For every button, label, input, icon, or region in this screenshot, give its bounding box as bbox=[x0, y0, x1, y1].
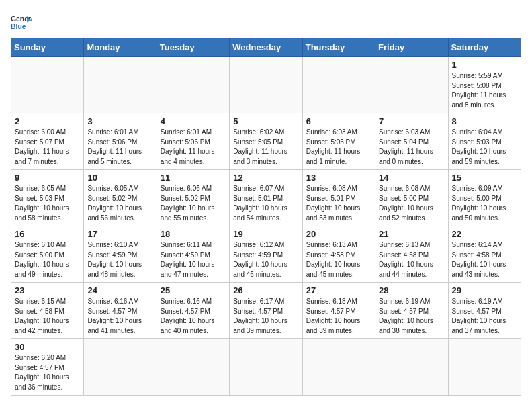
calendar-week-2: 2Sunrise: 6:00 AMSunset: 5:07 PMDaylight… bbox=[11, 113, 521, 170]
logo-icon: General Blue bbox=[11, 11, 32, 32]
day-number: 9 bbox=[15, 173, 80, 183]
day-number: 21 bbox=[379, 229, 444, 239]
weekday-header-thursday: Thursday bbox=[302, 38, 375, 57]
day-info: Sunrise: 6:07 AMSunset: 5:01 PMDaylight:… bbox=[233, 184, 298, 223]
calendar-cell: 30Sunrise: 6:20 AMSunset: 4:57 PMDayligh… bbox=[11, 339, 84, 396]
day-number: 8 bbox=[452, 116, 517, 126]
calendar-cell: 26Sunrise: 6:17 AMSunset: 4:57 PMDayligh… bbox=[230, 283, 302, 339]
day-info: Sunrise: 6:05 AMSunset: 5:02 PMDaylight:… bbox=[87, 184, 152, 223]
day-number: 2 bbox=[15, 116, 80, 126]
calendar-cell: 23Sunrise: 6:15 AMSunset: 4:58 PMDayligh… bbox=[11, 283, 84, 339]
day-info: Sunrise: 6:08 AMSunset: 5:00 PMDaylight:… bbox=[379, 184, 444, 223]
calendar-cell: 8Sunrise: 6:04 AMSunset: 5:03 PMDaylight… bbox=[448, 113, 521, 170]
day-info: Sunrise: 6:11 AMSunset: 4:59 PMDaylight:… bbox=[161, 240, 226, 279]
calendar-cell: 6Sunrise: 6:03 AMSunset: 5:05 PMDaylight… bbox=[302, 113, 375, 170]
calendar-cell: 13Sunrise: 6:08 AMSunset: 5:01 PMDayligh… bbox=[302, 170, 375, 226]
day-number: 29 bbox=[452, 285, 517, 295]
calendar-week-1: 1Sunrise: 5:59 AMSunset: 5:08 PMDaylight… bbox=[11, 57, 521, 113]
day-number: 24 bbox=[87, 285, 152, 295]
day-number: 23 bbox=[15, 285, 80, 295]
weekday-header-friday: Friday bbox=[375, 38, 448, 57]
day-number: 17 bbox=[87, 229, 152, 239]
calendar-cell bbox=[448, 339, 521, 396]
calendar-cell: 10Sunrise: 6:05 AMSunset: 5:02 PMDayligh… bbox=[84, 170, 157, 226]
day-number: 5 bbox=[233, 116, 298, 126]
calendar-week-5: 23Sunrise: 6:15 AMSunset: 4:58 PMDayligh… bbox=[11, 283, 521, 339]
day-info: Sunrise: 6:09 AMSunset: 5:00 PMDaylight:… bbox=[452, 184, 517, 223]
day-number: 4 bbox=[161, 116, 226, 126]
day-info: Sunrise: 6:01 AMSunset: 5:06 PMDaylight:… bbox=[161, 128, 226, 167]
calendar-cell: 2Sunrise: 6:00 AMSunset: 5:07 PMDaylight… bbox=[11, 113, 84, 170]
day-number: 1 bbox=[452, 60, 517, 70]
calendar-cell: 11Sunrise: 6:06 AMSunset: 5:02 PMDayligh… bbox=[157, 170, 229, 226]
svg-text:Blue: Blue bbox=[11, 23, 26, 30]
weekday-header-sunday: Sunday bbox=[11, 38, 84, 57]
calendar-week-6: 30Sunrise: 6:20 AMSunset: 4:57 PMDayligh… bbox=[11, 339, 521, 396]
calendar-cell: 21Sunrise: 6:13 AMSunset: 4:58 PMDayligh… bbox=[375, 226, 448, 283]
day-info: Sunrise: 6:06 AMSunset: 5:02 PMDaylight:… bbox=[161, 184, 226, 223]
weekday-header-tuesday: Tuesday bbox=[157, 38, 229, 57]
day-info: Sunrise: 6:17 AMSunset: 4:57 PMDaylight:… bbox=[233, 297, 298, 336]
day-info: Sunrise: 6:03 AMSunset: 5:05 PMDaylight:… bbox=[306, 128, 371, 167]
day-number: 12 bbox=[233, 173, 298, 183]
calendar-cell: 19Sunrise: 6:12 AMSunset: 4:59 PMDayligh… bbox=[230, 226, 302, 283]
weekday-header-saturday: Saturday bbox=[448, 38, 521, 57]
calendar-cell bbox=[157, 339, 229, 396]
calendar-cell bbox=[11, 57, 84, 113]
day-info: Sunrise: 6:08 AMSunset: 5:01 PMDaylight:… bbox=[306, 184, 371, 223]
day-info: Sunrise: 6:13 AMSunset: 4:58 PMDaylight:… bbox=[379, 240, 444, 279]
logo: General Blue bbox=[11, 11, 32, 32]
calendar-cell bbox=[375, 57, 448, 113]
day-info: Sunrise: 6:14 AMSunset: 4:58 PMDaylight:… bbox=[452, 240, 517, 279]
day-info: Sunrise: 6:10 AMSunset: 4:59 PMDaylight:… bbox=[87, 240, 152, 279]
calendar-cell: 7Sunrise: 6:03 AMSunset: 5:04 PMDaylight… bbox=[375, 113, 448, 170]
day-number: 13 bbox=[306, 173, 371, 183]
calendar-cell: 18Sunrise: 6:11 AMSunset: 4:59 PMDayligh… bbox=[157, 226, 229, 283]
day-info: Sunrise: 6:04 AMSunset: 5:03 PMDaylight:… bbox=[452, 128, 517, 167]
calendar-cell bbox=[84, 57, 157, 113]
calendar-cell bbox=[230, 57, 302, 113]
day-number: 15 bbox=[452, 173, 517, 183]
day-info: Sunrise: 5:59 AMSunset: 5:08 PMDaylight:… bbox=[452, 71, 517, 110]
day-info: Sunrise: 6:19 AMSunset: 4:57 PMDaylight:… bbox=[452, 297, 517, 336]
calendar-cell: 15Sunrise: 6:09 AMSunset: 5:00 PMDayligh… bbox=[448, 170, 521, 226]
calendar-cell: 29Sunrise: 6:19 AMSunset: 4:57 PMDayligh… bbox=[448, 283, 521, 339]
weekday-header-wednesday: Wednesday bbox=[230, 38, 302, 57]
calendar-cell: 16Sunrise: 6:10 AMSunset: 5:00 PMDayligh… bbox=[11, 226, 84, 283]
day-info: Sunrise: 6:19 AMSunset: 4:57 PMDaylight:… bbox=[379, 297, 444, 336]
calendar-week-4: 16Sunrise: 6:10 AMSunset: 5:00 PMDayligh… bbox=[11, 226, 521, 283]
day-number: 25 bbox=[161, 285, 226, 295]
calendar: SundayMondayTuesdayWednesdayThursdayFrid… bbox=[11, 38, 521, 396]
day-number: 16 bbox=[15, 229, 80, 239]
day-info: Sunrise: 6:00 AMSunset: 5:07 PMDaylight:… bbox=[15, 128, 80, 167]
day-info: Sunrise: 6:16 AMSunset: 4:57 PMDaylight:… bbox=[87, 297, 152, 336]
day-number: 11 bbox=[161, 173, 226, 183]
day-info: Sunrise: 6:15 AMSunset: 4:58 PMDaylight:… bbox=[15, 297, 80, 336]
weekday-header-row: SundayMondayTuesdayWednesdayThursdayFrid… bbox=[11, 38, 521, 57]
calendar-cell bbox=[157, 57, 229, 113]
calendar-cell: 20Sunrise: 6:13 AMSunset: 4:58 PMDayligh… bbox=[302, 226, 375, 283]
day-info: Sunrise: 6:05 AMSunset: 5:03 PMDaylight:… bbox=[15, 184, 80, 223]
day-number: 30 bbox=[15, 342, 80, 352]
calendar-cell: 17Sunrise: 6:10 AMSunset: 4:59 PMDayligh… bbox=[84, 226, 157, 283]
weekday-header-monday: Monday bbox=[84, 38, 157, 57]
calendar-cell bbox=[302, 57, 375, 113]
calendar-cell: 5Sunrise: 6:02 AMSunset: 5:05 PMDaylight… bbox=[230, 113, 302, 170]
calendar-cell: 3Sunrise: 6:01 AMSunset: 5:06 PMDaylight… bbox=[84, 113, 157, 170]
calendar-cell bbox=[302, 339, 375, 396]
day-number: 27 bbox=[306, 285, 371, 295]
calendar-cell: 28Sunrise: 6:19 AMSunset: 4:57 PMDayligh… bbox=[375, 283, 448, 339]
day-number: 26 bbox=[233, 285, 298, 295]
day-number: 19 bbox=[233, 229, 298, 239]
day-info: Sunrise: 6:18 AMSunset: 4:57 PMDaylight:… bbox=[306, 297, 371, 336]
day-number: 3 bbox=[87, 116, 152, 126]
calendar-cell bbox=[230, 339, 302, 396]
calendar-cell: 25Sunrise: 6:16 AMSunset: 4:57 PMDayligh… bbox=[157, 283, 229, 339]
day-info: Sunrise: 6:12 AMSunset: 4:59 PMDaylight:… bbox=[233, 240, 298, 279]
calendar-cell: 9Sunrise: 6:05 AMSunset: 5:03 PMDaylight… bbox=[11, 170, 84, 226]
day-number: 28 bbox=[379, 285, 444, 295]
calendar-cell: 22Sunrise: 6:14 AMSunset: 4:58 PMDayligh… bbox=[448, 226, 521, 283]
calendar-cell bbox=[84, 339, 157, 396]
calendar-cell: 27Sunrise: 6:18 AMSunset: 4:57 PMDayligh… bbox=[302, 283, 375, 339]
day-number: 14 bbox=[379, 173, 444, 183]
